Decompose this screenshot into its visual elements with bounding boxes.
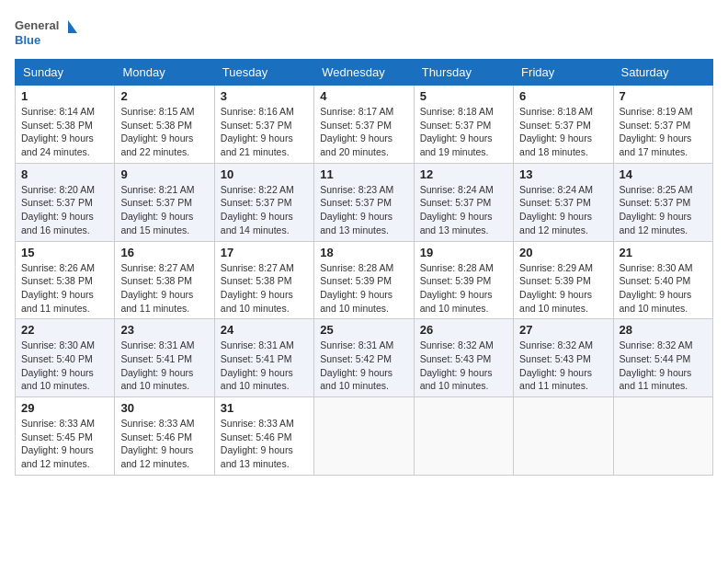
day-number: 17 [221, 246, 308, 259]
day-info: Sunrise: 8:31 AMSunset: 5:42 PMDaylight:… [320, 339, 393, 391]
calendar-day-header: Friday [514, 60, 613, 86]
day-number: 6 [519, 89, 607, 103]
calendar-cell [514, 397, 613, 476]
header: General Blue [15, 15, 713, 52]
calendar-week-row: 22 Sunrise: 8:30 AMSunset: 5:40 PMDaylig… [16, 319, 713, 397]
calendar-cell: 15 Sunrise: 8:26 AMSunset: 5:38 PMDaylig… [16, 241, 115, 319]
day-number: 5 [420, 89, 507, 103]
day-info: Sunrise: 8:33 AMSunset: 5:46 PMDaylight:… [221, 418, 294, 469]
calendar-day-header: Tuesday [214, 60, 313, 86]
logo: General Blue [15, 15, 79, 52]
day-info: Sunrise: 8:31 AMSunset: 5:41 PMDaylight:… [221, 339, 294, 391]
calendar-cell: 9 Sunrise: 8:21 AMSunset: 5:37 PMDayligh… [115, 163, 214, 241]
calendar-cell: 27 Sunrise: 8:32 AMSunset: 5:43 PMDaylig… [514, 319, 613, 397]
calendar-cell: 10 Sunrise: 8:22 AMSunset: 5:37 PMDaylig… [214, 163, 313, 241]
calendar-body: 1 Sunrise: 8:14 AMSunset: 5:38 PMDayligh… [16, 86, 713, 476]
day-info: Sunrise: 8:21 AMSunset: 5:37 PMDaylight:… [120, 184, 194, 236]
calendar-cell: 13 Sunrise: 8:24 AMSunset: 5:37 PMDaylig… [514, 163, 613, 241]
day-number: 8 [21, 167, 108, 181]
logo-svg: General Blue [15, 15, 79, 52]
day-info: Sunrise: 8:25 AMSunset: 5:37 PMDaylight:… [620, 184, 693, 236]
calendar-day-header: Sunday [16, 60, 115, 86]
day-info: Sunrise: 8:33 AMSunset: 5:46 PMDaylight:… [120, 418, 194, 469]
day-number: 2 [120, 89, 208, 103]
day-info: Sunrise: 8:33 AMSunset: 5:45 PMDaylight:… [21, 418, 95, 469]
day-info: Sunrise: 8:32 AMSunset: 5:44 PMDaylight:… [620, 339, 693, 391]
calendar-cell: 23 Sunrise: 8:31 AMSunset: 5:41 PMDaylig… [115, 319, 214, 397]
calendar-cell: 18 Sunrise: 8:28 AMSunset: 5:39 PMDaylig… [314, 241, 414, 319]
calendar-cell: 14 Sunrise: 8:25 AMSunset: 5:37 PMDaylig… [613, 163, 712, 241]
day-number: 12 [420, 167, 507, 181]
svg-text:Blue: Blue [15, 33, 40, 47]
day-number: 25 [320, 323, 407, 337]
day-info: Sunrise: 8:29 AMSunset: 5:39 PMDaylight:… [519, 262, 593, 314]
day-number: 29 [21, 401, 108, 415]
calendar-cell: 4 Sunrise: 8:17 AMSunset: 5:37 PMDayligh… [314, 86, 414, 164]
calendar-cell: 31 Sunrise: 8:33 AMSunset: 5:46 PMDaylig… [214, 397, 313, 476]
calendar-cell: 22 Sunrise: 8:30 AMSunset: 5:40 PMDaylig… [16, 319, 115, 397]
calendar-cell: 1 Sunrise: 8:14 AMSunset: 5:38 PMDayligh… [16, 86, 115, 164]
calendar-table: SundayMondayTuesdayWednesdayThursdayFrid… [15, 59, 713, 476]
calendar-cell: 29 Sunrise: 8:33 AMSunset: 5:45 PMDaylig… [16, 397, 115, 476]
day-number: 20 [519, 246, 607, 259]
day-info: Sunrise: 8:27 AMSunset: 5:38 PMDaylight:… [120, 262, 194, 314]
day-number: 13 [519, 167, 607, 181]
calendar-cell: 16 Sunrise: 8:27 AMSunset: 5:38 PMDaylig… [115, 241, 214, 319]
calendar-cell: 3 Sunrise: 8:16 AMSunset: 5:37 PMDayligh… [214, 86, 313, 164]
day-info: Sunrise: 8:30 AMSunset: 5:40 PMDaylight:… [21, 339, 95, 391]
day-info: Sunrise: 8:15 AMSunset: 5:38 PMDaylight:… [120, 106, 194, 157]
day-number: 28 [620, 323, 707, 337]
day-info: Sunrise: 8:20 AMSunset: 5:37 PMDaylight:… [21, 184, 95, 236]
day-number: 23 [120, 323, 208, 337]
day-number: 3 [221, 89, 308, 103]
day-number: 26 [420, 323, 507, 337]
day-number: 24 [221, 323, 308, 337]
day-info: Sunrise: 8:19 AMSunset: 5:37 PMDaylight:… [620, 106, 693, 157]
day-number: 21 [620, 246, 707, 259]
calendar-day-header: Thursday [414, 60, 513, 86]
svg-text:General: General [15, 18, 59, 32]
calendar-day-header: Wednesday [314, 60, 414, 86]
day-number: 19 [420, 246, 507, 259]
day-info: Sunrise: 8:32 AMSunset: 5:43 PMDaylight:… [420, 339, 494, 391]
day-number: 10 [221, 167, 308, 181]
day-info: Sunrise: 8:24 AMSunset: 5:37 PMDaylight:… [420, 184, 494, 236]
day-number: 7 [620, 89, 707, 103]
calendar-cell: 7 Sunrise: 8:19 AMSunset: 5:37 PMDayligh… [613, 86, 712, 164]
calendar-cell [613, 397, 712, 476]
calendar-cell: 6 Sunrise: 8:18 AMSunset: 5:37 PMDayligh… [514, 86, 613, 164]
calendar-week-row: 29 Sunrise: 8:33 AMSunset: 5:45 PMDaylig… [16, 397, 713, 476]
calendar-cell: 12 Sunrise: 8:24 AMSunset: 5:37 PMDaylig… [414, 163, 513, 241]
calendar-cell: 24 Sunrise: 8:31 AMSunset: 5:41 PMDaylig… [214, 319, 313, 397]
day-number: 14 [620, 167, 707, 181]
calendar-cell: 19 Sunrise: 8:28 AMSunset: 5:39 PMDaylig… [414, 241, 513, 319]
day-info: Sunrise: 8:16 AMSunset: 5:37 PMDaylight:… [221, 106, 294, 157]
day-number: 30 [120, 401, 208, 415]
day-info: Sunrise: 8:26 AMSunset: 5:38 PMDaylight:… [21, 262, 95, 314]
calendar-week-row: 15 Sunrise: 8:26 AMSunset: 5:38 PMDaylig… [16, 241, 713, 319]
day-number: 18 [320, 246, 407, 259]
svg-marker-2 [68, 20, 77, 33]
calendar-cell: 28 Sunrise: 8:32 AMSunset: 5:44 PMDaylig… [613, 319, 712, 397]
day-info: Sunrise: 8:17 AMSunset: 5:37 PMDaylight:… [320, 106, 393, 157]
day-info: Sunrise: 8:22 AMSunset: 5:37 PMDaylight:… [221, 184, 294, 236]
day-number: 9 [120, 167, 208, 181]
calendar-day-header: Monday [115, 60, 214, 86]
calendar-header-row: SundayMondayTuesdayWednesdayThursdayFrid… [16, 60, 713, 86]
day-number: 11 [320, 167, 407, 181]
calendar-week-row: 1 Sunrise: 8:14 AMSunset: 5:38 PMDayligh… [16, 86, 713, 164]
calendar-week-row: 8 Sunrise: 8:20 AMSunset: 5:37 PMDayligh… [16, 163, 713, 241]
calendar-cell: 8 Sunrise: 8:20 AMSunset: 5:37 PMDayligh… [16, 163, 115, 241]
day-number: 27 [519, 323, 607, 337]
calendar-cell: 25 Sunrise: 8:31 AMSunset: 5:42 PMDaylig… [314, 319, 414, 397]
day-info: Sunrise: 8:32 AMSunset: 5:43 PMDaylight:… [519, 339, 593, 391]
day-number: 4 [320, 89, 407, 103]
day-info: Sunrise: 8:14 AMSunset: 5:38 PMDaylight:… [21, 106, 95, 157]
day-info: Sunrise: 8:24 AMSunset: 5:37 PMDaylight:… [519, 184, 593, 236]
calendar-cell: 30 Sunrise: 8:33 AMSunset: 5:46 PMDaylig… [115, 397, 214, 476]
calendar-day-header: Saturday [613, 60, 712, 86]
day-info: Sunrise: 8:31 AMSunset: 5:41 PMDaylight:… [120, 339, 194, 391]
calendar-cell: 11 Sunrise: 8:23 AMSunset: 5:37 PMDaylig… [314, 163, 414, 241]
calendar-cell: 21 Sunrise: 8:30 AMSunset: 5:40 PMDaylig… [613, 241, 712, 319]
day-info: Sunrise: 8:30 AMSunset: 5:40 PMDaylight:… [620, 262, 693, 314]
